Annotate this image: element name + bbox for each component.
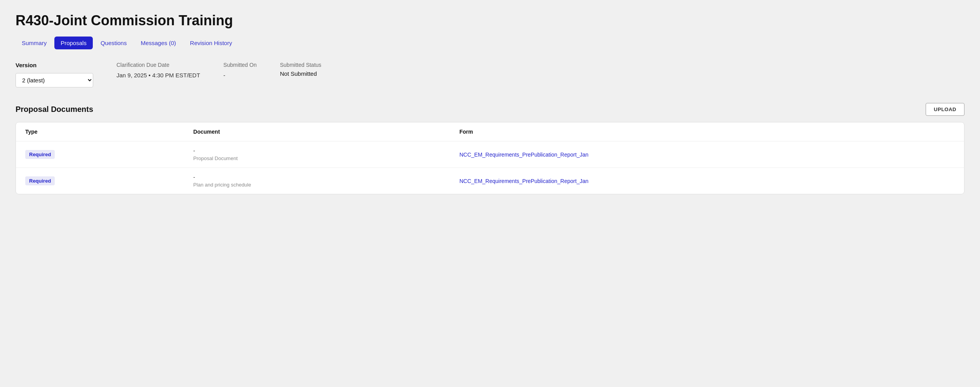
section-title: Proposal Documents [16,105,93,114]
tab-bar: Summary Proposals Questions Messages (0)… [16,37,964,49]
upload-button[interactable]: UPLOAD [926,103,964,116]
submitted-status-label: Submitted Status [280,62,321,68]
submitted-status-value: Not Submitted [280,70,321,77]
tab-summary[interactable]: Summary [16,37,53,49]
clarification-value: Jan 9, 2025 • 4:30 PM EST/EDT [116,72,200,78]
type-cell-2: Required [16,168,184,194]
doc-dash-1: - [193,148,441,154]
col-header-type: Type [16,122,184,141]
version-select[interactable]: 12 (latest) [16,73,93,87]
doc-info-2: - Plan and pricing schedule [193,174,441,188]
form-link-1[interactable]: NCC_EM_Requirements_PrePublication_Repor… [459,152,588,158]
submitted-on-group: Submitted On - [223,62,257,78]
document-cell-1: - Proposal Document [184,141,450,168]
tab-proposals[interactable]: Proposals [54,37,93,49]
tab-questions[interactable]: Questions [94,37,133,49]
proposal-documents-section: Proposal Documents UPLOAD Type Document … [16,103,964,194]
clarification-group: Clarification Due Date Jan 9, 2025 • 4:3… [116,62,200,78]
col-header-document: Document [184,122,450,141]
meta-row: Version 12 (latest) Clarification Due Da… [16,62,964,87]
doc-name-2: Plan and pricing schedule [193,182,441,188]
tab-revision-history[interactable]: Revision History [184,37,238,49]
doc-dash-2: - [193,174,441,180]
col-header-form: Form [450,122,964,141]
documents-table: Type Document Form Required - Proposal D… [16,122,964,194]
table-row: Required - Proposal Document NCC_EM_Requ… [16,141,964,168]
required-badge-1: Required [25,150,55,159]
tab-messages[interactable]: Messages (0) [134,37,182,49]
version-group: Version 12 (latest) [16,62,93,87]
form-cell-2: NCC_EM_Requirements_PrePublication_Repor… [450,168,964,194]
page-title: R430-Joint Commission Training [16,12,964,29]
document-cell-2: - Plan and pricing schedule [184,168,450,194]
table-row: Required - Plan and pricing schedule NCC… [16,168,964,194]
section-header: Proposal Documents UPLOAD [16,103,964,116]
type-cell-1: Required [16,141,184,168]
version-label: Version [16,62,93,68]
form-cell-1: NCC_EM_Requirements_PrePublication_Repor… [450,141,964,168]
doc-info-1: - Proposal Document [193,148,441,161]
documents-table-container: Type Document Form Required - Proposal D… [16,122,964,194]
submitted-status-group: Submitted Status Not Submitted [280,62,321,77]
required-badge-2: Required [25,176,55,185]
submitted-on-label: Submitted On [223,62,257,68]
form-link-2[interactable]: NCC_EM_Requirements_PrePublication_Repor… [459,178,588,184]
submitted-on-value: - [223,72,257,78]
clarification-label: Clarification Due Date [116,62,200,68]
doc-name-1: Proposal Document [193,155,441,161]
